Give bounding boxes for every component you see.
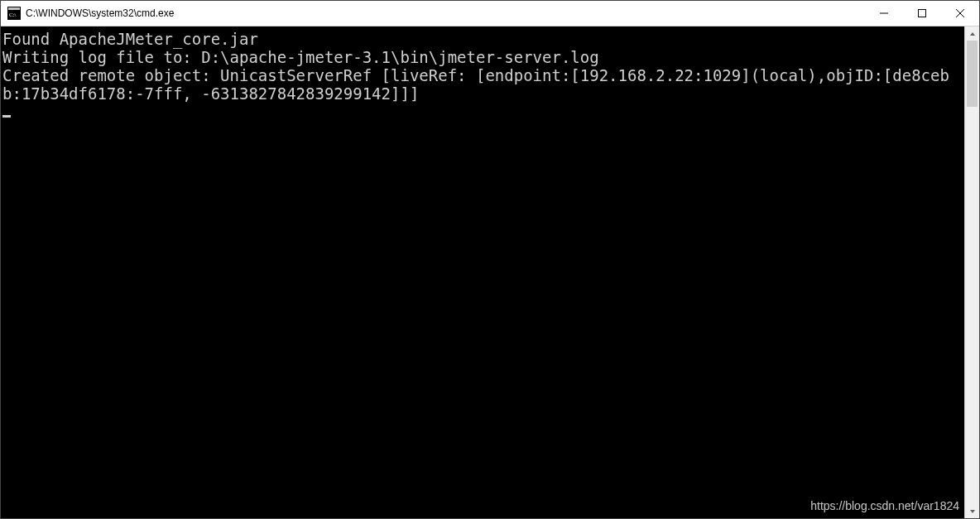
client-area: Found ApacheJMeter_core.jar Writing log … xyxy=(1,26,979,518)
svg-rect-1 xyxy=(8,7,20,10)
window-controls xyxy=(865,1,979,26)
console-output[interactable]: Found ApacheJMeter_core.jar Writing log … xyxy=(1,26,964,518)
vertical-scrollbar[interactable] xyxy=(964,26,979,518)
cmd-window: C:\ C:\WINDOWS\system32\cmd.exe Found Ap… xyxy=(0,0,980,519)
scroll-thumb[interactable] xyxy=(967,41,978,107)
console-line: Found ApacheJMeter_core.jar xyxy=(2,30,258,48)
scroll-down-arrow[interactable] xyxy=(965,504,979,518)
scroll-up-arrow[interactable] xyxy=(965,26,979,41)
window-title: C:\WINDOWS\system32\cmd.exe xyxy=(26,7,174,19)
close-button[interactable] xyxy=(941,1,979,26)
svg-text:C:\: C:\ xyxy=(9,12,17,18)
watermark: https://blog.csdn.net/var1824 xyxy=(810,497,959,515)
titlebar[interactable]: C:\ C:\WINDOWS\system32\cmd.exe xyxy=(1,1,979,26)
console-line: Writing log file to: D:\apache-jmeter-3.… xyxy=(2,48,599,66)
svg-marker-7 xyxy=(970,32,975,36)
cmd-icon: C:\ xyxy=(7,7,21,20)
console-line: Created remote object: UnicastServerRef … xyxy=(2,66,949,103)
cursor xyxy=(2,115,11,118)
maximize-button[interactable] xyxy=(903,1,941,26)
svg-rect-4 xyxy=(919,10,926,17)
svg-marker-8 xyxy=(970,510,975,513)
minimize-button[interactable] xyxy=(865,1,903,26)
